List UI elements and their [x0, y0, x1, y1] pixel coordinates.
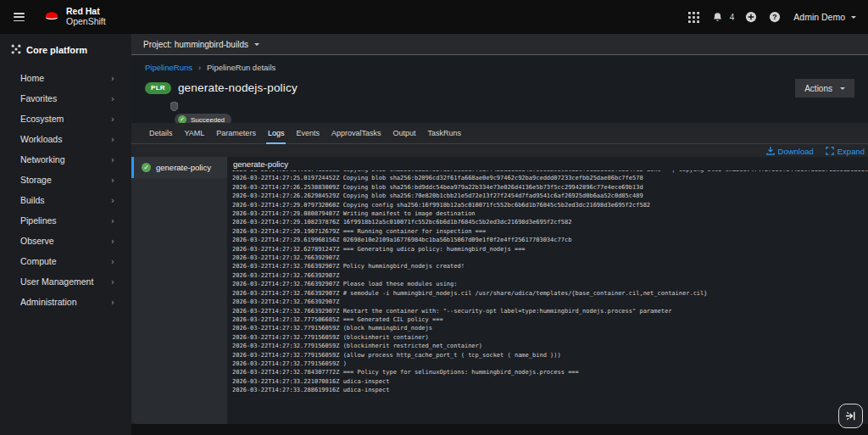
sidebar-item[interactable]: Administration › [0, 292, 131, 312]
actions-button[interactable]: Actions [795, 79, 854, 98]
log-line: 2026-03-22T14:27:32.779156059Z (block hu… [232, 324, 868, 332]
log-line: 2026-03-22T14:27:32.779156059Z (blockinh… [232, 333, 868, 342]
svg-text:?: ? [773, 13, 777, 21]
app-launcher-icon[interactable] [687, 10, 701, 24]
redhat-fedora-icon [43, 9, 60, 25]
sidebar-item[interactable]: Pipelines › [0, 210, 131, 231]
log-line: 2026-03-22T14:27:32.779156059Z (allow pr… [232, 351, 868, 360]
download-icon [766, 147, 775, 155]
chevron-right-icon: › [111, 216, 114, 226]
chevron-right-icon: › [111, 237, 114, 246]
sidebar-item[interactable]: Workloads › [0, 129, 131, 149]
expand-button[interactable]: Expand [826, 147, 865, 156]
chevron-down-icon [254, 43, 259, 46]
jump-to-end-icon [844, 410, 857, 422]
tab-label: Events [296, 129, 320, 137]
chevron-right-icon: › [111, 196, 114, 205]
tab[interactable]: TaskRuns [422, 123, 468, 143]
log-line: 2026-03-22T14:27:32.766392907Z Please lo… [232, 280, 868, 288]
breadcrumb-pipelineruns-link[interactable]: PipelineRuns [145, 63, 192, 72]
chevron-right-icon: › [111, 277, 114, 287]
log-stage-title: generate-policy [233, 159, 868, 169]
log-line: 2026-03-22T14:27:29.190712679Z === Runni… [232, 227, 868, 236]
log-line: 2026-03-22T14:27:32.766392907Z Policy hu… [232, 262, 868, 270]
sidebar-item[interactable]: Home › [0, 68, 131, 88]
sidebar-item-label: Ecosystem [20, 114, 64, 124]
log-line: 2026-03-22T14:27:32.766392907Z # semodul… [232, 289, 868, 298]
chevron-right-icon: › [111, 176, 114, 185]
log-line: 2026-03-22T14:27:29.079732060Z Copying c… [232, 201, 868, 209]
perspective-icon [11, 44, 21, 56]
tab[interactable]: Events [290, 123, 326, 143]
perspective-switcher[interactable]: Core platform [0, 39, 131, 68]
tab-label: Output [392, 129, 415, 137]
task-list-item[interactable]: ✓ generate-policy [131, 157, 227, 178]
sidebar-item-label: Storage [20, 175, 52, 185]
perspective-label: Core platform [26, 45, 87, 55]
project-selector[interactable]: Project: hummingbird-builds [131, 34, 868, 55]
tab-label: ApprovalTasks [331, 129, 381, 137]
log-line: 2026-03-22T14:27:29.619968156Z 02698e10e… [232, 236, 868, 244]
chevron-down-icon [851, 16, 856, 19]
log-line: 2026-03-22T14:27:32.777506685Z === Gener… [232, 315, 868, 324]
sidebar-item-label: Observe [20, 236, 54, 246]
notification-count: 4 [730, 13, 735, 22]
tab[interactable]: Details [143, 123, 179, 143]
breadcrumb-separator: › [198, 64, 201, 72]
log-line: 2026-03-22T14:27:32.766392907Z [232, 271, 868, 280]
log-line: 2026-03-22T14:27:32.766392907Z Restart t… [232, 307, 868, 315]
user-menu[interactable]: Admin Demo [793, 12, 856, 22]
tab-label: Details [149, 129, 173, 137]
tab-bar: Details YAML Parameters Logs Events Appr… [131, 123, 868, 144]
brand-logo: Red Hat OpenShift [43, 7, 106, 26]
success-check-icon: ✓ [142, 163, 151, 172]
breadcrumb-current: PipelineRun details [207, 63, 275, 72]
scroll-to-bottom-button[interactable] [838, 404, 863, 428]
chevron-right-icon: › [111, 135, 114, 144]
signed-badge-row [170, 99, 854, 109]
sidebar-item[interactable]: User Management › [0, 271, 131, 292]
tab[interactable]: ApprovalTasks [326, 123, 387, 143]
expand-icon [826, 147, 834, 155]
notifications-button[interactable]: 4 [711, 10, 735, 24]
expand-label: Expand [837, 147, 865, 156]
sidebar-item[interactable]: Builds › [0, 190, 131, 210]
sidebar-item[interactable]: Compute › [0, 251, 131, 271]
tab[interactable]: Parameters [210, 123, 262, 143]
log-line: 2026-03-22T14:27:32.779156059Z ) [232, 360, 868, 368]
sidebar-item[interactable]: Ecosystem › [0, 109, 131, 129]
chevron-right-icon: › [111, 74, 114, 83]
tab-label: TaskRuns [428, 129, 462, 137]
brand-product: OpenShift [66, 17, 106, 27]
chevron-right-icon: › [111, 94, 114, 103]
sidebar-item[interactable]: Favorites › [0, 88, 131, 109]
help-icon[interactable]: ? [768, 10, 782, 24]
chevron-right-icon: › [111, 114, 114, 124]
tab-label: Parameters [216, 129, 256, 137]
sidebar-item[interactable]: Networking › [0, 149, 131, 170]
chevron-right-icon: › [111, 298, 114, 307]
menu-toggle-button[interactable] [14, 13, 25, 21]
tab[interactable]: Output [387, 123, 421, 143]
log-pane: generate-policy 2026-03-22T14:27:24.9174… [227, 157, 868, 424]
sidebar-item[interactable]: Observe › [0, 231, 131, 251]
log-scroll-area[interactable]: 2026-03-22T14:27:24.917410630Z Copying b… [232, 170, 868, 424]
sidebar-item-label: Workloads [20, 134, 62, 144]
sidebar-item-label: Favorites [20, 93, 57, 103]
import-plus-icon[interactable] [744, 10, 758, 24]
chevron-down-icon [840, 87, 845, 90]
download-button[interactable]: Download [766, 147, 814, 156]
masthead: Red Hat OpenShift 4 ? Admin Demo [0, 0, 868, 34]
user-name: Admin Demo [793, 12, 845, 22]
chevron-right-icon: › [111, 155, 114, 165]
task-list-pane: ✓ generate-policy [131, 157, 227, 424]
sidebar-item-label: Pipelines [20, 215, 57, 226]
log-line: 2026-03-22T14:27:33.221070816Z udica-ins… [232, 377, 868, 386]
actions-label: Actions [804, 84, 832, 93]
tab[interactable]: YAML [179, 123, 211, 143]
tab[interactable]: Logs [262, 123, 291, 143]
sidebar-item[interactable]: Storage › [0, 170, 131, 190]
log-line: 2026-03-22T14:27:29.080879407Z Writing m… [232, 209, 868, 218]
sidebar-item-label: Administration [20, 297, 77, 307]
download-label: Download [778, 147, 814, 156]
